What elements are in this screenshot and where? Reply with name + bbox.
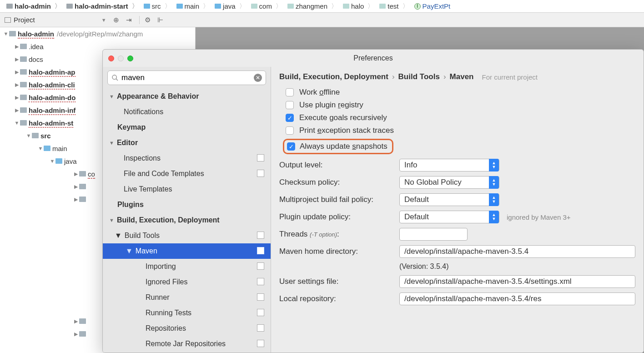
minimize-button[interactable] [118, 55, 124, 61]
folder-icon [144, 4, 150, 9]
svg-line-1 [116, 79, 118, 81]
project-view-selector[interactable]: Project ▼ [0, 16, 111, 24]
svg-point-0 [112, 75, 116, 79]
category-keymap[interactable]: Keymap [103, 120, 271, 135]
package-icon [251, 4, 257, 9]
threads-label: Threads (-T option): [279, 230, 399, 239]
breadcrumb-item[interactable]: halo [340, 2, 377, 10]
select-arrows-icon: ▲▼ [489, 211, 499, 223]
category-runner[interactable]: Runner [103, 290, 271, 305]
package-icon [79, 171, 86, 176]
hide-button[interactable]: ⊩ [155, 15, 166, 25]
breadcrumb-item[interactable]: src [141, 2, 174, 10]
module-icon [20, 82, 27, 87]
locate-button[interactable]: ⊕ [111, 15, 122, 25]
category-appearance[interactable]: ▼Appearance & Behavior [103, 89, 271, 104]
folder-icon [79, 184, 86, 189]
folder-icon [79, 318, 86, 324]
category-remote-jar[interactable]: Remote Jar Repositories [103, 336, 271, 352]
category-importing[interactable]: Importing [103, 259, 271, 274]
collapse-button[interactable]: ⇥ [124, 15, 135, 25]
category-repositories[interactable]: Repositories [103, 321, 271, 336]
multiproject-policy-select[interactable]: Default▲▼ [399, 193, 499, 206]
crumb-2[interactable]: Build Tools [398, 72, 440, 81]
folder-icon [44, 146, 50, 151]
preferences-content: Build, Execution, Deployment › Build Too… [271, 67, 644, 353]
module-icon [20, 95, 27, 100]
execute-goals-checkbox[interactable]: ✓ [286, 114, 294, 122]
threads-input[interactable] [399, 228, 468, 241]
project-toolbar: Project ▼ ⊕ ⇥ ⚙ ⊩ [0, 13, 644, 27]
user-settings-input[interactable]: /develop/install/apache-maven-3.5.4/sett… [399, 275, 635, 288]
category-ignored-files[interactable]: Ignored Files [103, 274, 271, 290]
breadcrumb-item[interactable]: halo-admin-start [64, 2, 141, 10]
breadcrumb-item[interactable]: halo-admin [4, 2, 64, 10]
always-update-snapshots-label: Always update snapshots [300, 142, 387, 151]
copy-icon [258, 171, 264, 177]
folder-icon [215, 4, 221, 9]
project-scope-hint: For current project [480, 73, 538, 81]
print-exception-label: Print exception stack traces [299, 126, 394, 135]
always-update-snapshots-checkbox[interactable]: ✓ [287, 142, 295, 151]
work-offline-label: Work offline [299, 88, 340, 97]
maven-version: (Version: 3.5.4) [399, 262, 635, 271]
breadcrumb-item[interactable]: java [212, 2, 248, 10]
folder-icon [176, 4, 183, 9]
breadcrumb-item[interactable]: zhangmen [285, 2, 340, 10]
category-notifications[interactable]: Notifications [103, 104, 271, 120]
copy-icon [258, 294, 264, 301]
breadcrumb-item[interactable]: IPayExtPt [412, 2, 457, 10]
clear-search-button[interactable]: ✕ [254, 74, 262, 82]
maximize-button[interactable] [127, 55, 133, 61]
plugin-update-note: ignored by Maven 3+ [507, 213, 571, 221]
checksum-policy-select[interactable]: No Global Policy▲▼ [399, 176, 499, 189]
navigation-breadcrumb: halo-admin halo-admin-start src main jav… [0, 0, 644, 13]
chevron-down-icon[interactable]: ▼ [3, 31, 9, 36]
category-file-templates[interactable]: File and Code Templates [103, 166, 271, 182]
category-inspections[interactable]: Inspections [103, 151, 271, 166]
folder-icon [32, 133, 39, 138]
local-repo-input[interactable]: /develop/install/apache-maven-3.5.4/res [399, 292, 635, 305]
category-editor[interactable]: ▼Editor [103, 135, 271, 151]
module-icon [20, 107, 27, 113]
category-running-tests[interactable]: Running Tests [103, 305, 271, 321]
plugin-update-policy-select[interactable]: Default▲▼ [399, 211, 499, 223]
plugin-registry-checkbox[interactable] [286, 101, 294, 109]
gear-icon[interactable]: ⚙ [142, 15, 153, 25]
folder-icon [79, 331, 86, 337]
package-icon [343, 4, 349, 9]
search-input[interactable] [121, 73, 254, 82]
chevron-down-icon: ▼ [109, 217, 114, 223]
category-maven[interactable]: ▼Maven [103, 243, 271, 259]
category-live-templates[interactable]: Live Templates [103, 182, 271, 197]
folder-icon [79, 197, 86, 202]
folder-icon [20, 44, 27, 49]
project-label: Project [14, 16, 35, 24]
titlebar: Preferences [103, 50, 644, 67]
folder-icon [55, 158, 62, 164]
category-plugins[interactable]: Plugins [103, 197, 271, 212]
category-build[interactable]: ▼Build, Execution, Deployment [103, 212, 271, 228]
breadcrumb-item[interactable]: main [174, 2, 212, 10]
close-button[interactable] [108, 55, 114, 61]
category-build-tools[interactable]: ▼Build Tools [103, 228, 271, 243]
print-exception-checkbox[interactable] [286, 126, 294, 135]
multiproject-policy-label: Multiproject build fail policy: [279, 195, 399, 204]
chevron-down-icon: ▼ [109, 94, 114, 99]
select-arrows-icon: ▲▼ [489, 176, 499, 189]
package-icon [287, 4, 294, 9]
tree-root[interactable]: ▼ halo-admin /develop/gitRep/mw/zhangm [0, 27, 195, 40]
maven-home-input[interactable]: /develop/install/apache-maven-3.5.4 [399, 245, 635, 258]
breadcrumb-item[interactable]: test [377, 2, 411, 10]
module-icon [6, 4, 13, 9]
search-box: ✕ [107, 71, 266, 85]
output-level-select[interactable]: Info▲▼ [399, 159, 499, 171]
copy-icon [258, 232, 264, 239]
output-level-label: Output level: [279, 161, 399, 170]
work-offline-checkbox[interactable] [286, 88, 294, 96]
breadcrumb-item[interactable]: com [248, 2, 285, 10]
copy-icon [258, 279, 264, 285]
preferences-dialog: Preferences ✕ ▼Appearance & Behavior Not… [102, 49, 644, 353]
crumb-1[interactable]: Build, Execution, Deployment [279, 72, 388, 81]
category-list: ▼Appearance & Behavior Notifications Key… [103, 89, 271, 353]
